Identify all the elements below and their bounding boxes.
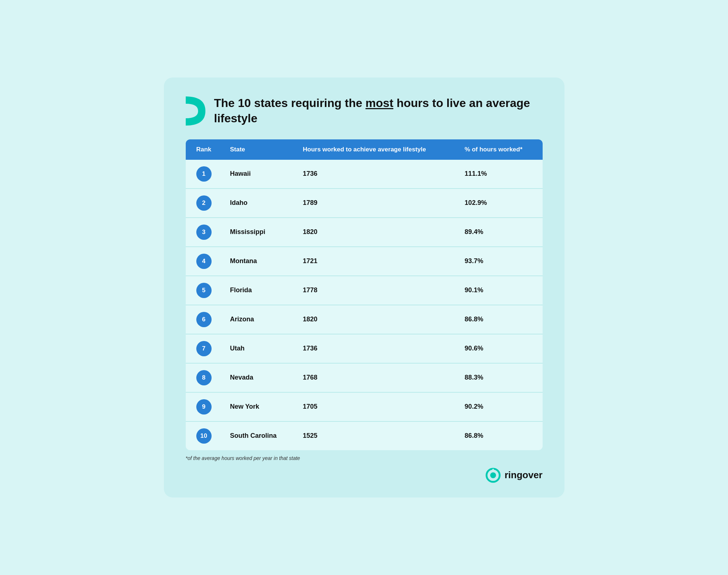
- ringover-icon: [485, 468, 501, 483]
- rank-badge: 9: [196, 399, 212, 415]
- hours-cell: 1820: [295, 218, 456, 247]
- hours-cell: 1525: [295, 421, 456, 450]
- pct-cell: 88.3%: [457, 363, 543, 392]
- table-row: 3Mississippi182089.4%: [186, 218, 543, 247]
- rank-badge: 7: [196, 341, 212, 356]
- footer-brand: ringover: [186, 468, 543, 483]
- table-row: 4Montana172193.7%: [186, 247, 543, 276]
- page-title: The 10 states requiring the most hours t…: [214, 96, 543, 126]
- state-cell: New York: [222, 392, 295, 421]
- rank-badge: 1: [196, 166, 212, 182]
- title-prefix: The 10 states requiring the: [214, 96, 366, 110]
- col-pct: % of hours worked*: [457, 139, 543, 160]
- rank-badge: 6: [196, 312, 212, 327]
- rank-badge: 3: [196, 225, 212, 240]
- state-cell: Montana: [222, 247, 295, 276]
- state-cell: Arizona: [222, 305, 295, 334]
- hours-cell: 1778: [295, 276, 456, 305]
- brand-d-icon: [186, 96, 205, 126]
- pct-cell: 86.8%: [457, 305, 543, 334]
- table-header: Rank State Hours worked to achieve avera…: [186, 139, 543, 160]
- rank-cell: 1: [186, 160, 222, 189]
- page-header: The 10 states requiring the most hours t…: [186, 96, 543, 126]
- rank-cell: 5: [186, 276, 222, 305]
- hours-cell: 1736: [295, 160, 456, 189]
- svg-point-1: [490, 472, 496, 478]
- pct-cell: 90.6%: [457, 334, 543, 363]
- pct-cell: 90.2%: [457, 392, 543, 421]
- table-row: 2Idaho1789102.9%: [186, 189, 543, 218]
- hours-cell: 1705: [295, 392, 456, 421]
- rank-cell: 6: [186, 305, 222, 334]
- table-body: 1Hawaii1736111.1%2Idaho1789102.9%3Missis…: [186, 160, 543, 450]
- table-row: 6Arizona182086.8%: [186, 305, 543, 334]
- state-cell: Mississippi: [222, 218, 295, 247]
- col-rank: Rank: [186, 139, 222, 160]
- state-cell: Nevada: [222, 363, 295, 392]
- col-state: State: [222, 139, 295, 160]
- rank-cell: 4: [186, 247, 222, 276]
- hours-cell: 1768: [295, 363, 456, 392]
- rank-cell: 10: [186, 421, 222, 450]
- rank-badge: 8: [196, 370, 212, 385]
- state-cell: Utah: [222, 334, 295, 363]
- rank-cell: 7: [186, 334, 222, 363]
- hours-cell: 1789: [295, 189, 456, 218]
- rank-badge: 10: [196, 428, 212, 444]
- state-cell: Florida: [222, 276, 295, 305]
- hours-cell: 1736: [295, 334, 456, 363]
- pct-cell: 93.7%: [457, 247, 543, 276]
- rank-badge: 2: [196, 195, 212, 211]
- main-card: The 10 states requiring the most hours t…: [164, 78, 564, 497]
- table-row: 1Hawaii1736111.1%: [186, 160, 543, 189]
- data-table: Rank State Hours worked to achieve avera…: [186, 139, 543, 450]
- table-row: 5Florida177890.1%: [186, 276, 543, 305]
- table-row: 9New York170590.2%: [186, 392, 543, 421]
- rank-badge: 4: [196, 254, 212, 269]
- table-row: 10South Carolina152586.8%: [186, 421, 543, 450]
- state-cell: South Carolina: [222, 421, 295, 450]
- header-row: Rank State Hours worked to achieve avera…: [186, 139, 543, 160]
- rank-badge: 5: [196, 283, 212, 298]
- state-cell: Hawaii: [222, 160, 295, 189]
- pct-cell: 86.8%: [457, 421, 543, 450]
- pct-cell: 89.4%: [457, 218, 543, 247]
- rank-cell: 9: [186, 392, 222, 421]
- brand-name: ringover: [504, 469, 542, 481]
- pct-cell: 111.1%: [457, 160, 543, 189]
- hours-cell: 1721: [295, 247, 456, 276]
- rank-cell: 8: [186, 363, 222, 392]
- col-hours: Hours worked to achieve average lifestyl…: [295, 139, 456, 160]
- title-bold: most: [366, 96, 393, 110]
- hours-cell: 1820: [295, 305, 456, 334]
- pct-cell: 102.9%: [457, 189, 543, 218]
- pct-cell: 90.1%: [457, 276, 543, 305]
- state-cell: Idaho: [222, 189, 295, 218]
- rank-cell: 3: [186, 218, 222, 247]
- svg-rect-2: [492, 469, 494, 472]
- footer-note: *of the average hours worked per year in…: [186, 455, 543, 461]
- table-row: 7Utah173690.6%: [186, 334, 543, 363]
- table-row: 8Nevada176888.3%: [186, 363, 543, 392]
- ringover-logo: ringover: [485, 468, 542, 483]
- rank-cell: 2: [186, 189, 222, 218]
